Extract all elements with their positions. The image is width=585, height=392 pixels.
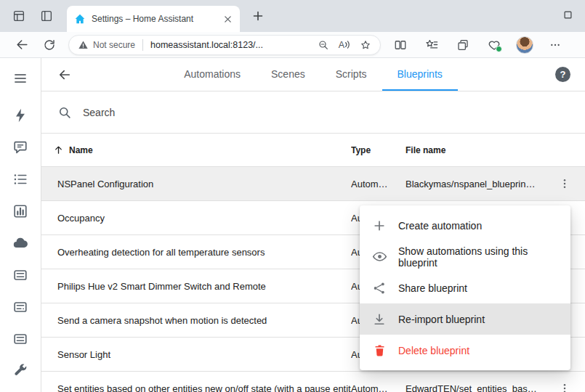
page-content: Automations Scenes Scripts Blueprints ? … [0,58,585,392]
sort-ascending-icon [53,144,64,155]
browser-essentials-icon[interactable] [485,36,504,54]
row-name: Overheating detection for all temperatur… [41,247,351,258]
row-overflow-menu-icon[interactable] [554,173,575,194]
browser-window: Settings – Home Assistant Not secure [0,0,585,392]
cloud-icon [12,235,28,251]
workspaces-icon[interactable] [10,7,28,25]
read-aloud-icon[interactable]: A [339,40,350,50]
blueprint-context-menu: Create automation Show automations using… [360,205,570,370]
row-type: Autom… [351,383,406,392]
column-header-file[interactable]: File name [406,145,544,155]
row-name: Sensor Light [41,349,351,360]
vertical-tabs-icon[interactable] [38,7,55,25]
tab-scripts[interactable]: Scripts [320,58,382,91]
table-row[interactable]: Set entities based on other entities new… [41,372,585,392]
menu-item-create-automation[interactable]: Create automation [360,210,570,241]
row-type: Autom… [351,179,406,189]
server-icon [12,331,28,347]
warning-icon [78,40,89,50]
menu-item-reimport-blueprint[interactable]: Re-import blueprint [360,303,570,335]
row-overflow-menu-icon[interactable] [554,378,575,392]
row-name: Send a camera snapshot when motion is de… [41,315,351,326]
menu-item-label: Show automations using this blueprint [398,245,559,269]
chat-icon [12,139,28,155]
address-divider [142,39,143,51]
tab-automations[interactable]: Automations [169,58,256,91]
sidebar-item-cloud[interactable] [6,227,35,259]
maximize-icon[interactable] [557,4,578,25]
sidebar-item-energy[interactable] [6,99,35,131]
row-name: Set entities based on other entities new… [41,383,351,392]
sidebar-item-assist[interactable] [6,131,35,163]
zoom-out-icon[interactable] [318,39,329,51]
row-name: NSPanel Configuration [41,179,351,189]
menu-icon[interactable] [6,64,35,93]
more-menu-icon[interactable] [546,36,565,54]
ha-back-icon[interactable] [55,65,75,85]
share-icon [371,280,387,296]
menu-item-label: Create automation [398,220,482,232]
home-assistant-favicon-icon [74,13,86,25]
search-input[interactable] [83,107,315,118]
trash-icon [371,343,387,359]
server-icon [12,299,28,315]
search-bar[interactable] [41,91,585,134]
back-icon[interactable] [12,35,32,55]
sidebar-item-history[interactable] [6,195,35,227]
plus-icon [371,218,387,234]
refresh-icon[interactable] [39,35,60,55]
row-file: EdwardTEN/set_entities_bas… [406,383,544,392]
row-name: Occupancy [41,213,351,224]
wrench-icon [12,363,28,379]
menu-item-share-blueprint[interactable]: Share blueprint [360,272,570,303]
sidebar-item-logbook[interactable] [6,163,35,195]
tab-scenes[interactable]: Scenes [256,58,320,91]
new-tab-button[interactable] [249,7,267,25]
address-bar[interactable]: Not secure homeassistant.local:8123/... … [68,35,381,55]
menu-item-label: Re-import blueprint [398,314,485,325]
sidebar-item-server-1[interactable] [6,259,35,291]
tab-blueprints[interactable]: Blueprints [382,58,458,91]
profile-avatar[interactable] [516,36,533,54]
menu-item-label: Delete blueprint [398,345,469,356]
sidebar-item-server-3[interactable] [6,323,35,355]
help-icon[interactable]: ? [555,67,570,82]
table-header: Name Type File name [41,134,585,167]
browser-tab[interactable]: Settings – Home Assistant [67,6,240,32]
table-row[interactable]: NSPanel Configuration Autom… Blackymas/n… [41,167,585,201]
favorites-icon[interactable] [422,36,441,54]
split-screen-icon[interactable] [391,36,410,54]
tab-title: Settings – Home Assistant [92,14,221,24]
menu-item-show-automations[interactable]: Show automations using this blueprint [360,241,570,272]
read-aloud-letter: A [339,40,344,50]
tab-close-icon[interactable] [221,12,234,25]
sidebar-item-developer-tools[interactable] [6,355,35,387]
bar-chart-icon [12,203,28,219]
url-text: homeassistant.local:8123/... [150,40,308,50]
server-icon [12,267,28,283]
toolbar-right-icons [391,36,565,54]
eye-icon [371,249,387,265]
row-file: Blackymas/nspanel_blueprin… [406,179,544,189]
column-header-name[interactable]: Name [41,144,351,155]
window-controls [557,0,578,29]
menu-item-label: Share blueprint [398,282,467,294]
collections-icon[interactable] [453,36,472,54]
lightning-icon [12,107,28,123]
search-icon [57,105,72,120]
tab-strip: Settings – Home Assistant [0,0,585,32]
ha-tab-bar: Automations Scenes Scripts Blueprints [169,58,458,91]
security-chip[interactable]: Not secure [78,40,135,50]
list-icon [12,171,28,187]
essentials-status-dot [496,46,502,52]
ha-header: Automations Scenes Scripts Blueprints ? [41,58,585,91]
ha-sidebar [0,58,41,392]
sidebar-item-server-2[interactable] [6,291,35,323]
menu-item-delete-blueprint[interactable]: Delete blueprint [360,335,570,366]
browser-toolbar: Not secure homeassistant.local:8123/... … [0,32,585,58]
security-label: Not secure [93,40,135,50]
download-icon [371,311,387,327]
column-header-type[interactable]: Type [351,145,406,155]
row-name: Philips Hue v2 Smart Dimmer Switch and R… [41,281,351,292]
favorite-star-icon[interactable] [360,39,371,51]
